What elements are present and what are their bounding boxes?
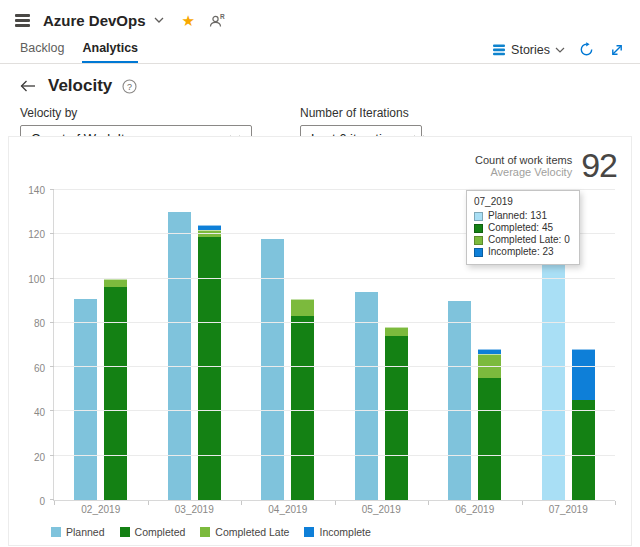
- tooltip-text: Planned: 131: [488, 210, 547, 222]
- y-tick-label: 100: [28, 273, 45, 284]
- tooltip-text: Completed: 45: [488, 222, 553, 234]
- tooltip-row-incomplete: Incomplete: 23: [474, 246, 570, 258]
- top-bar: Azure DevOps ★ R: [0, 0, 640, 40]
- legend-label: Incomplete: [319, 526, 370, 538]
- bar-planned-02_2019[interactable]: [74, 299, 97, 501]
- bar-planned-06_2019[interactable]: [448, 301, 471, 500]
- segment-completed-04_2019[interactable]: [291, 316, 314, 500]
- y-tick-label: 80: [34, 318, 45, 329]
- gridline: [54, 322, 615, 323]
- y-axis-tick: [50, 189, 54, 190]
- bar-group-05_2019: 05_2019: [335, 190, 429, 500]
- help-icon[interactable]: ?: [122, 79, 137, 94]
- y-axis-tick: [50, 410, 54, 411]
- back-arrow-icon[interactable]: [18, 78, 38, 94]
- average-velocity-value: 92: [581, 146, 617, 185]
- legend-item-incomplete[interactable]: Incomplete: [304, 526, 370, 538]
- user-r-icon[interactable]: R: [209, 13, 225, 28]
- x-axis-label: 06_2019: [428, 504, 522, 515]
- gridline: [54, 455, 615, 456]
- page-title: Velocity: [48, 76, 112, 96]
- tooltip-swatch: [474, 224, 483, 233]
- y-axis-labels: 020406080100120140: [9, 190, 49, 501]
- legend-label: Completed Late: [215, 526, 289, 538]
- svg-text:?: ?: [127, 81, 132, 91]
- segment-completed-late-05_2019[interactable]: [385, 327, 408, 336]
- segment-completed-02_2019[interactable]: [104, 287, 127, 500]
- velocity-by-label: Velocity by: [20, 106, 252, 120]
- bar-stack-03_2019[interactable]: [198, 190, 221, 500]
- stories-icon: [492, 44, 506, 56]
- backlog-level-label: Stories: [511, 43, 550, 57]
- summary-sub-label: Average Velocity: [475, 166, 572, 178]
- y-axis-tick: [50, 233, 54, 234]
- x-axis-label: 03_2019: [148, 504, 242, 515]
- bar-stack-02_2019[interactable]: [104, 190, 127, 500]
- average-velocity-summary: Count of work items Average Velocity 92: [475, 146, 617, 185]
- tab-bar: Backlog Analytics Stories: [0, 40, 640, 64]
- velocity-chart-card: Count of work items Average Velocity 92 …: [8, 136, 632, 546]
- bar-planned-03_2019[interactable]: [168, 212, 191, 500]
- y-tick-label: 0: [39, 496, 45, 507]
- backlog-icon: [14, 13, 31, 28]
- y-tick-label: 60: [34, 362, 45, 373]
- backlog-level-picker[interactable]: Stories: [492, 43, 565, 57]
- x-axis-tick: [54, 501, 55, 505]
- tab-analytics[interactable]: Analytics: [82, 41, 138, 63]
- y-tick-label: 140: [28, 185, 45, 196]
- tooltip-rows: Planned: 131Completed: 45Completed Late:…: [474, 210, 570, 258]
- legend-swatch: [200, 527, 210, 537]
- bar-stack-04_2019[interactable]: [291, 190, 314, 500]
- x-axis-tick: [615, 501, 616, 505]
- tab-backlog[interactable]: Backlog: [20, 41, 64, 63]
- tooltip-swatch: [474, 236, 483, 245]
- segment-completed-late-04_2019[interactable]: [291, 299, 314, 317]
- legend-item-completed-late[interactable]: Completed Late: [200, 526, 289, 538]
- segment-completed-late-02_2019[interactable]: [104, 279, 127, 288]
- bar-group-02_2019: 02_2019: [54, 190, 148, 500]
- legend-label: Planned: [66, 526, 105, 538]
- x-axis-tick: [335, 501, 336, 505]
- tooltip-swatch: [474, 212, 483, 221]
- legend-item-planned[interactable]: Planned: [51, 526, 105, 538]
- tooltip-row-completed: Completed: 45: [474, 222, 570, 234]
- chevron-down-icon[interactable]: [154, 17, 164, 23]
- segment-incomplete-07_2019[interactable]: [572, 349, 595, 400]
- y-axis-tick: [50, 499, 54, 500]
- y-tick-label: 20: [34, 451, 45, 462]
- tooltip-row-planned: Planned: 131: [474, 210, 570, 222]
- svg-text:R: R: [220, 13, 225, 20]
- star-icon[interactable]: ★: [182, 13, 195, 28]
- chevron-down-icon: [555, 47, 565, 53]
- chart-legend: PlannedCompletedCompleted LateIncomplete: [51, 526, 371, 538]
- refresh-icon[interactable]: [577, 40, 596, 59]
- summary-metric-label: Count of work items: [475, 154, 572, 166]
- segment-completed-05_2019[interactable]: [385, 336, 408, 500]
- legend-swatch: [304, 527, 314, 537]
- chart-tooltip: 07_2019 Planned: 131Completed: 45Complet…: [466, 190, 580, 265]
- gridline: [54, 366, 615, 367]
- segment-completed-07_2019[interactable]: [572, 400, 595, 500]
- x-axis-label: 05_2019: [335, 504, 429, 515]
- x-axis-label: 02_2019: [54, 504, 148, 515]
- y-axis-tick: [50, 455, 54, 456]
- legend-item-completed[interactable]: Completed: [120, 526, 186, 538]
- legend-swatch: [51, 527, 61, 537]
- fullscreen-icon[interactable]: [608, 41, 626, 59]
- legend-swatch: [120, 527, 130, 537]
- x-axis-tick: [148, 501, 149, 505]
- tooltip-row-completed-late: Completed Late: 0: [474, 234, 570, 246]
- tooltip-title: 07_2019: [474, 196, 570, 207]
- gridline: [54, 278, 615, 279]
- page-header: Velocity ?: [0, 64, 640, 96]
- tooltip-swatch: [474, 248, 483, 257]
- bar-stack-05_2019[interactable]: [385, 190, 408, 500]
- y-axis-tick: [50, 366, 54, 367]
- segment-completed-03_2019[interactable]: [198, 237, 221, 501]
- segment-completed-06_2019[interactable]: [478, 378, 501, 500]
- tooltip-text: Completed Late: 0: [488, 234, 570, 246]
- x-axis-label: 07_2019: [522, 504, 616, 515]
- x-axis-tick: [241, 501, 242, 505]
- bar-planned-05_2019[interactable]: [355, 292, 378, 500]
- x-axis-tick: [428, 501, 429, 505]
